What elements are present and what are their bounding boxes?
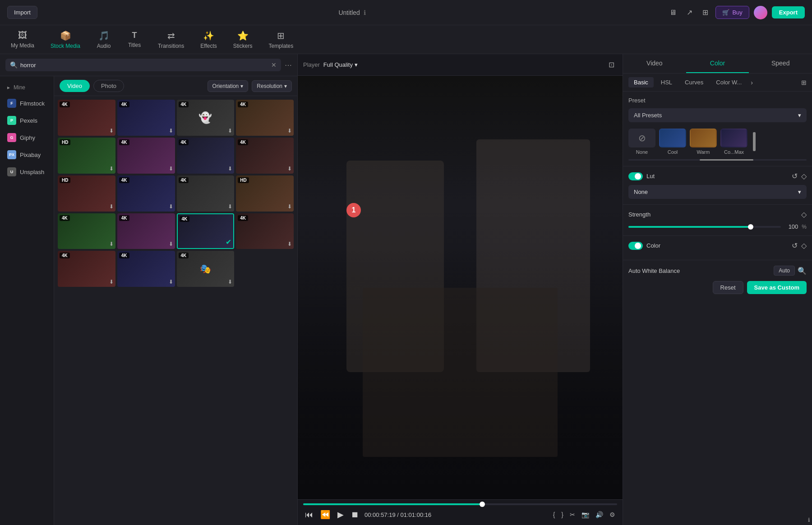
grid-icon[interactable]: ⊞: [700, 5, 711, 19]
play-icon[interactable]: ▶: [336, 508, 346, 521]
import-button[interactable]: Import: [7, 6, 37, 19]
skip-back-icon[interactable]: ⏮: [303, 508, 315, 521]
download-icon[interactable]: ⬇: [287, 166, 292, 172]
color-tab-grid-icon[interactable]: ⊞: [801, 79, 807, 86]
strength-slider[interactable]: [628, 226, 781, 228]
nav-item-audio[interactable]: 🎵 Audio: [89, 27, 118, 53]
color-reset-icon[interactable]: ↺: [792, 241, 798, 250]
media-item[interactable]: 4K ⬇: [117, 138, 175, 174]
sidebar-section-mine[interactable]: ▸ Mine: [2, 81, 52, 94]
more-tabs-icon[interactable]: ›: [751, 79, 753, 86]
search-input[interactable]: [20, 62, 268, 69]
download-icon[interactable]: ⬇: [169, 166, 173, 172]
volume-icon[interactable]: 🔊: [594, 509, 605, 520]
preset-none[interactable]: ⊘ None: [628, 129, 655, 155]
save-custom-button[interactable]: Save as Custom: [747, 281, 807, 294]
nav-item-stock-media[interactable]: 📦 Stock Media: [43, 27, 88, 53]
settings-icon[interactable]: ⚙: [608, 509, 617, 520]
monitor-icon[interactable]: 🖥: [667, 6, 679, 19]
download-icon[interactable]: ⬇: [109, 166, 114, 172]
download-icon[interactable]: ⬇: [109, 128, 114, 134]
nav-item-my-media[interactable]: 🖼 My Media: [4, 27, 42, 52]
sidebar-item-unsplash[interactable]: U Unsplash: [2, 164, 52, 180]
filter-tab-photo[interactable]: Photo: [93, 80, 124, 92]
color-diamond-icon[interactable]: ◇: [801, 241, 807, 250]
media-item[interactable]: 4K ⬇: [236, 213, 294, 249]
media-item[interactable]: 4K ⬇: [58, 213, 115, 249]
media-item[interactable]: 👻 4K ⬇: [177, 100, 235, 136]
preset-warm[interactable]: Warm: [690, 129, 717, 155]
media-item[interactable]: 4K ⬇: [117, 251, 175, 287]
playback-thumb[interactable]: [480, 502, 485, 507]
clip-icon[interactable]: ✂: [568, 509, 577, 520]
download-icon[interactable]: ⬇: [169, 241, 173, 247]
resolution-filter[interactable]: Resolution ▾: [252, 80, 292, 92]
all-presets-select[interactable]: All Presets ▾: [628, 108, 807, 122]
media-item[interactable]: HD ⬇: [58, 138, 115, 174]
media-item[interactable]: 4K ⬇: [177, 175, 235, 212]
quality-select[interactable]: Full Quality ▾: [323, 61, 358, 68]
sidebar-item-filmstock[interactable]: F Filmstock: [2, 95, 52, 111]
in-point-icon[interactable]: {: [551, 509, 557, 520]
nav-item-transitions[interactable]: ⇄ Transitions: [151, 27, 191, 53]
tab-video[interactable]: Video: [623, 54, 686, 73]
media-item[interactable]: 4K ⬇: [58, 251, 115, 287]
color-tab-hsl[interactable]: HSL: [655, 77, 678, 88]
tab-speed[interactable]: Speed: [749, 54, 812, 73]
media-item[interactable]: 4K ⬇: [117, 100, 175, 136]
awb-auto-button[interactable]: Auto: [774, 266, 795, 276]
download-icon[interactable]: ⬇: [169, 128, 173, 134]
lut-diamond-icon[interactable]: ◇: [801, 172, 807, 180]
sidebar-item-pexels[interactable]: P Pexels: [2, 112, 52, 129]
download-icon[interactable]: ⬇: [228, 166, 232, 172]
color-tab-basic[interactable]: Basic: [628, 77, 654, 88]
player-expand-icon[interactable]: ⊡: [606, 58, 617, 72]
stop-icon[interactable]: ⏹: [349, 508, 361, 521]
more-options-icon[interactable]: ⋯: [285, 61, 292, 69]
preset-comax[interactable]: Co...Max: [720, 129, 747, 155]
screenshot-icon[interactable]: 📷: [580, 509, 591, 520]
sidebar-item-pixabay[interactable]: PX Pixabay: [2, 147, 52, 163]
nav-item-templates[interactable]: ⊞ Templates: [261, 27, 300, 53]
color-toggle[interactable]: [628, 242, 643, 250]
media-item[interactable]: 4K ⬇: [117, 213, 175, 249]
out-point-icon[interactable]: }: [559, 509, 565, 520]
media-item[interactable]: HD ⬇: [58, 175, 115, 212]
color-tab-color-wheel[interactable]: Color W...: [710, 77, 747, 88]
media-item-selected[interactable]: 4K ✔: [177, 213, 235, 249]
media-item[interactable]: 4K ⬇: [117, 175, 175, 212]
media-item[interactable]: HD ⬇: [236, 175, 294, 212]
lut-toggle[interactable]: [628, 172, 643, 180]
media-item[interactable]: 4K ⬇: [236, 100, 294, 136]
download-icon[interactable]: ⬇: [169, 279, 173, 285]
nav-item-titles[interactable]: T Titles: [120, 27, 149, 52]
orientation-filter[interactable]: Orientation ▾: [208, 80, 249, 92]
eyedropper-icon[interactable]: 🔍: [798, 267, 807, 275]
filter-tab-video[interactable]: Video: [60, 80, 90, 92]
download-icon[interactable]: ⬇: [109, 279, 114, 285]
download-icon[interactable]: ⬇: [169, 203, 173, 210]
search-input-wrap[interactable]: 🔍 ✕: [5, 59, 281, 71]
strength-diamond-icon[interactable]: ◇: [801, 210, 807, 219]
sidebar-item-giphy[interactable]: G Giphy: [2, 129, 52, 146]
download-icon[interactable]: ⬇: [228, 279, 232, 285]
download-icon[interactable]: ⬇: [109, 241, 114, 247]
download-icon[interactable]: ⬇: [287, 128, 292, 134]
download-icon[interactable]: ⬇: [287, 203, 292, 210]
reset-button[interactable]: Reset: [713, 281, 743, 294]
media-item[interactable]: 4K ⬇: [236, 138, 294, 174]
color-tab-curves[interactable]: Curves: [679, 77, 709, 88]
avatar[interactable]: [754, 6, 767, 19]
download-icon[interactable]: ⬇: [109, 203, 114, 210]
preset-cool[interactable]: Cool: [659, 129, 686, 155]
media-item[interactable]: 4K ⬇: [58, 100, 115, 136]
lut-reset-icon[interactable]: ↺: [792, 172, 798, 180]
download-icon[interactable]: ⬇: [287, 241, 292, 247]
frame-back-icon[interactable]: ⏪: [318, 508, 332, 521]
media-item[interactable]: 4K ⬇: [177, 138, 235, 174]
share-icon[interactable]: ↗: [684, 5, 695, 19]
strength-thumb[interactable]: [748, 224, 753, 230]
clear-search-button[interactable]: ✕: [271, 61, 277, 69]
download-icon[interactable]: ⬇: [228, 128, 232, 134]
download-icon[interactable]: ⬇: [228, 203, 232, 210]
